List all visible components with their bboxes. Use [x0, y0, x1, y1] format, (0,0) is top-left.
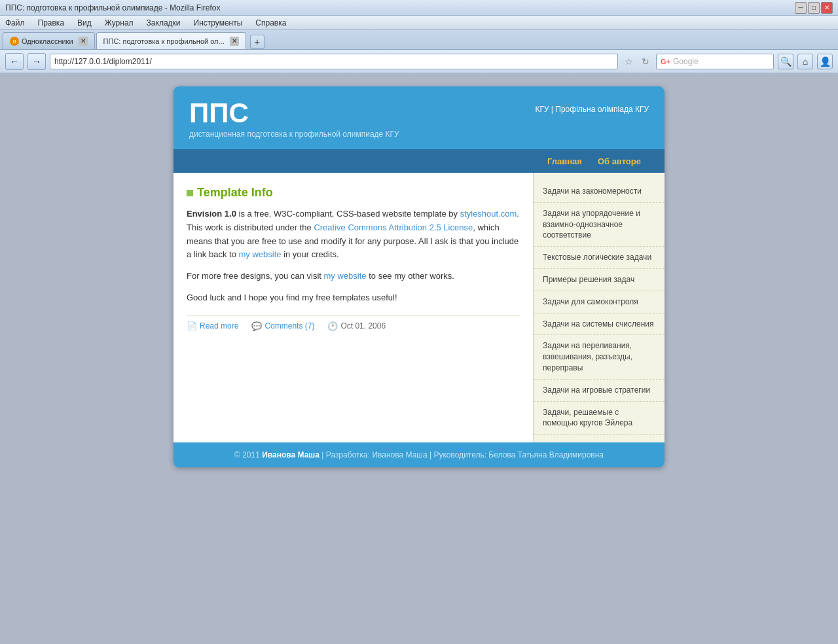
close-button[interactable]: ✕ — [821, 2, 833, 14]
user-icon[interactable]: 👤 — [817, 54, 833, 69]
post-content: Envision 1.0 is a free, W3C-compliant, C… — [187, 207, 520, 305]
my-website-link1[interactable]: my website — [239, 249, 282, 259]
search-placeholder: Google — [673, 57, 699, 66]
comment-icon: 💬 — [251, 321, 262, 331]
search-logo-icon: G+ — [661, 58, 670, 65]
sidebar-item-6[interactable]: Задачи на системы счисления — [534, 313, 665, 336]
comments-item: 💬 Comments (7) — [251, 321, 314, 331]
browser-toolbar: ← → http://127.0.0.1/diplom2011/ ☆ ↻ G+ … — [0, 50, 838, 73]
forward-button[interactable]: → — [27, 53, 46, 70]
sidebar-item-5[interactable]: Задачи для самоконтроля — [534, 291, 665, 313]
logo-area: ППС дистанционная подготовка к профильно… — [189, 99, 399, 139]
home-icon[interactable]: ⌂ — [797, 54, 813, 69]
search-submit-icon[interactable]: 🔍 — [778, 54, 793, 69]
menu-journal[interactable]: Журнал — [102, 17, 136, 29]
styleshout-link[interactable]: styleshout.com — [460, 209, 517, 219]
comments-link[interactable]: Comments (7) — [264, 321, 314, 331]
back-button[interactable]: ← — [5, 53, 24, 70]
bookmark-star-icon[interactable]: ☆ — [622, 55, 635, 68]
sidebar-item-8[interactable]: Задачи на игровые стратегии — [534, 380, 665, 402]
sidebar: Задачи на закономерности Задачи на упоря… — [534, 173, 665, 442]
my-website-link2[interactable]: my website — [324, 271, 367, 281]
site-body: Template Info Envision 1.0 is a free, W3… — [173, 173, 665, 442]
sidebar-item-3[interactable]: Текстовые логические задачи — [534, 247, 665, 269]
post-para3: Good luck and I hope you find my free te… — [187, 291, 520, 305]
tab-odnoklassniki-label: Одноклассники — [22, 37, 73, 45]
menu-file[interactable]: Файл — [3, 17, 27, 29]
olympiad-link[interactable]: Профільна олімпіада КГУ — [555, 105, 649, 114]
post-heading: Template Info — [197, 186, 273, 200]
tab-bar: o Одноклассники ✕ ППС: подготовка к проф… — [0, 30, 838, 50]
titlebar-text: ППС: подготовка к профильной олимпиаде -… — [5, 3, 795, 12]
menu-tools[interactable]: Инструменты — [191, 17, 246, 29]
menu-bar: Файл Правка Вид Журнал Закладки Инструме… — [0, 16, 838, 30]
header-links: КГУ | Профільна олімпіада КГУ — [535, 105, 649, 114]
search-bar[interactable]: G+ Google — [656, 54, 774, 69]
main-content: Template Info Envision 1.0 is a free, W3… — [173, 173, 534, 442]
post-footer: 📄 Read more 💬 Comments (7) 🕐 Oct 01, 200… — [187, 315, 520, 331]
tab-close-pps[interactable]: ✕ — [230, 37, 239, 46]
post-title-icon — [187, 190, 193, 196]
nav-about[interactable]: Об авторе — [590, 156, 649, 166]
nav-main[interactable]: Главная — [539, 156, 590, 166]
site-container: ППС дистанционная подготовка к профильно… — [173, 86, 665, 467]
cc-license-link[interactable]: Creative Commons Attribution 2.5 License — [314, 223, 473, 232]
menu-edit[interactable]: Правка — [35, 17, 67, 29]
date-item: 🕐 Oct 01, 2006 — [327, 321, 386, 331]
footer-text: © 2011 Иванова Маша | Разработка: Иванов… — [234, 450, 604, 459]
post-date: Oct 01, 2006 — [340, 321, 386, 331]
document-icon: 📄 — [187, 321, 197, 331]
address-text: http://127.0.0.1/diplom2011/ — [54, 57, 152, 66]
new-tab-button[interactable]: + — [250, 35, 264, 49]
browser-titlebar: ППС: подготовка к профильной олимпиаде -… — [0, 0, 838, 16]
odnoklassniki-icon: o — [10, 37, 19, 46]
tab-odnoklassniki[interactable]: o Одноклассники ✕ — [3, 32, 95, 49]
sidebar-item-2[interactable]: Задачи на упорядочение и взаимно-однозна… — [534, 203, 665, 247]
menu-help[interactable]: Справка — [253, 17, 289, 29]
envision-bold: Envision 1.0 — [187, 209, 236, 219]
tab-pps-label: ППС: подготовка к профильной ол... — [103, 37, 225, 45]
minimize-button[interactable]: ─ — [795, 2, 807, 14]
site-tagline: дистанционная подготовка к профильной ол… — [189, 130, 399, 139]
tab-pps[interactable]: ППС: подготовка к профильной ол... ✕ — [96, 32, 246, 49]
tab-close-odnoklassniki[interactable]: ✕ — [79, 37, 88, 46]
menu-view[interactable]: Вид — [75, 17, 94, 29]
maximize-button[interactable]: □ — [808, 2, 820, 14]
post-para2: For more free designs, you can visit my … — [187, 270, 520, 283]
site-logo: ППС — [189, 99, 399, 127]
site-footer: © 2011 Иванова Маша | Разработка: Иванов… — [173, 442, 665, 467]
site-header: ППС дистанционная подготовка к профильно… — [173, 86, 665, 149]
sidebar-item-1[interactable]: Задачи на закономерности — [534, 181, 665, 203]
post-para1: Envision 1.0 is a free, W3C-compliant, C… — [187, 207, 520, 262]
address-bar[interactable]: http://127.0.0.1/diplom2011/ — [50, 54, 618, 69]
site-nav: Главная Об авторе — [173, 149, 665, 173]
page-wrapper: ППС дистанционная подготовка к профильно… — [0, 73, 838, 480]
post-title: Template Info — [187, 186, 520, 200]
window-controls: ─ □ ✕ — [795, 2, 833, 14]
read-more-item: 📄 Read more — [187, 321, 238, 331]
sidebar-item-7[interactable]: Задачи на переливания, взвешивания, разъ… — [534, 335, 665, 379]
read-more-link[interactable]: Read more — [200, 321, 238, 331]
refresh-icon[interactable]: ↻ — [639, 55, 652, 68]
clock-icon: 🕐 — [327, 321, 338, 331]
menu-bookmarks[interactable]: Закладки — [144, 17, 183, 29]
kgu-link[interactable]: КГУ — [535, 105, 549, 114]
sidebar-item-9[interactable]: Задачи, решаемые с помощью кругов Эйлера — [534, 402, 665, 435]
sidebar-item-4[interactable]: Примеры решения задач — [534, 269, 665, 291]
